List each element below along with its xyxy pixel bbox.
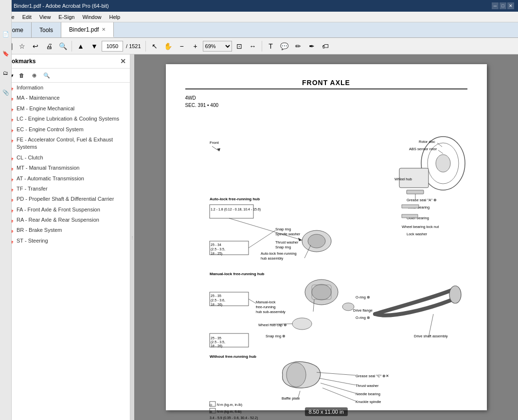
left-icon-attach[interactable]: 📎 <box>1 88 11 97</box>
svg-text:Thrust washer: Thrust washer <box>356 384 379 388</box>
svg-text:⊞: ⊞ <box>210 410 212 413</box>
bookmark-em[interactable]: 🔖 EM - Engine Mechanical <box>0 104 130 114</box>
bookmark-ra[interactable]: 🔖 RA - Rear Axle & Rear Suspension <box>0 215 130 225</box>
bookmark-at[interactable]: 🔖 AT - Automatic Transmission <box>0 174 130 184</box>
svg-text:(2.5 - 3.5,: (2.5 - 3.5, <box>211 340 225 344</box>
svg-text:Grease seal "A" ⊗: Grease seal "A" ⊗ <box>407 198 437 202</box>
prev-page-button[interactable]: ▲ <box>74 40 87 52</box>
bookmark-label-ma: MA - Maintenance <box>17 94 60 102</box>
highlight-button[interactable]: ✏ <box>292 40 304 52</box>
page-size-indicator: 8.50 x 11.00 in <box>304 407 347 416</box>
svg-rect-12 <box>407 190 424 194</box>
bookmark-label-em: EM - Engine Mechanical <box>17 105 74 112</box>
bookmark-cl[interactable]: 🔖 CL - Clutch <box>0 153 130 163</box>
cursor-tool[interactable]: ↖ <box>148 40 161 52</box>
menu-window[interactable]: Window <box>78 12 105 22</box>
sidebar-list[interactable]: 🔖 Information 🔖 MA - Maintenance 🔖 EM - … <box>0 83 130 420</box>
tab-binder[interactable]: Binder1.pdf ✕ <box>61 22 114 37</box>
bookmark-tf[interactable]: 🔖 TF - Transfer <box>0 184 130 194</box>
bookmark-lc[interactable]: 🔖 LC - Engine Lubrication & Cooling Syst… <box>0 114 130 124</box>
svg-text:25 - 35: 25 - 35 <box>211 336 221 340</box>
bookmark-label-st: ST - Steering <box>17 237 48 245</box>
menu-edit[interactable]: Edit <box>18 12 36 22</box>
svg-text:Snap ring: Snap ring <box>275 245 291 249</box>
page-input[interactable] <box>102 41 123 52</box>
left-icon-bookmark[interactable]: 🔖 <box>1 49 11 58</box>
sidebar-splitter[interactable]: ⋮ <box>130 54 134 420</box>
tab-tools[interactable]: Tools <box>32 22 61 37</box>
sidebar-toolbar: ☰ ▾ 🗑 ⊕ 🔍 <box>0 69 130 83</box>
svg-point-60 <box>449 286 461 303</box>
svg-text:3.4 - 5.9 (0.35 - 0.6, 30.4 - : 3.4 - 5.9 (0.35 - 0.6, 30.4 - 52.2) <box>210 416 258 420</box>
pdf-area[interactable]: FRONT AXLE 4WD SEC. 391 • 400 Front Roto… <box>134 54 518 420</box>
svg-text:Auto-lock free-running hub: Auto-lock free-running hub <box>210 197 260 201</box>
draw-button[interactable]: ✒ <box>305 40 318 52</box>
title-bar: Binder1.pdf - Adobe Acrobat Pro (64-bit)… <box>0 0 518 12</box>
maximize-button[interactable]: □ <box>500 2 506 9</box>
minimize-button[interactable]: ─ <box>492 2 499 9</box>
bookmark-label-ra: RA - Rear Axle & Rear Suspension <box>17 216 99 224</box>
bookmark-br[interactable]: 🔖 BR - Brake System <box>0 225 130 235</box>
find-button[interactable]: 🔍 <box>56 40 69 52</box>
bookmark-fe[interactable]: 🔖 FE - Accelerator Control, Fuel & Exhau… <box>0 135 130 153</box>
sidebar-delete-btn[interactable]: 🗑 <box>16 70 27 81</box>
svg-text:hub sub-assembly: hub sub-assembly <box>256 310 286 314</box>
window-title: Binder1.pdf - Adobe Acrobat Pro (64-bit) <box>14 3 109 9</box>
menu-help[interactable]: Help <box>106 12 125 22</box>
print-button[interactable]: 🖨 <box>43 40 55 52</box>
fit-width-button[interactable]: ↔ <box>247 40 259 52</box>
svg-line-66 <box>317 372 356 375</box>
pdf-page: FRONT AXLE 4WD SEC. 391 • 400 Front Roto… <box>166 64 487 410</box>
svg-line-8 <box>438 150 443 154</box>
sidebar-expand-btn[interactable]: ⊕ <box>28 70 40 81</box>
sidebar-search-btn[interactable]: 🔍 <box>41 70 53 81</box>
back-button[interactable]: ↩ <box>29 40 42 52</box>
svg-text:18 - 26): 18 - 26) <box>211 344 222 348</box>
bookmark-pd[interactable]: 🔖 PD - Propeller Shaft & Differential Ca… <box>0 194 130 204</box>
svg-text:hub assembly: hub assembly <box>261 256 284 261</box>
sidebar: Bookmarks ✕ ☰ ▾ 🗑 ⊕ 🔍 🔖 Information 🔖 MA… <box>0 54 130 420</box>
close-button[interactable]: ✕ <box>507 2 514 9</box>
bookmark-label-ec: EC - Engine Control System <box>17 126 84 133</box>
menu-view[interactable]: View <box>36 12 55 22</box>
bookmark-mt[interactable]: 🔖 MT - Manual Transmission <box>0 163 130 173</box>
sidebar-close-icon[interactable]: ✕ <box>120 57 126 65</box>
menu-esign[interactable]: E-Sign <box>54 12 78 22</box>
svg-rect-27 <box>210 205 253 218</box>
svg-text:N·m (kg-m, ft-lb): N·m (kg-m, ft-lb) <box>217 410 242 414</box>
fit-page-button[interactable]: ⊡ <box>233 40 246 52</box>
separator-3 <box>262 41 262 52</box>
stamp-button[interactable]: 🏷 <box>319 40 332 52</box>
svg-text:ABS sensor rotor: ABS sensor rotor <box>409 147 437 151</box>
text-tool[interactable]: T <box>265 40 277 52</box>
annotation-button[interactable]: 💬 <box>278 40 291 52</box>
svg-text:Needle bearing: Needle bearing <box>356 392 380 396</box>
bookmark-button[interactable]: ☆ <box>16 40 28 52</box>
svg-text:Snap ring ⊗: Snap ring ⊗ <box>266 334 286 338</box>
next-page-button[interactable]: ▼ <box>88 40 101 52</box>
left-icon-layers[interactable]: 🗂 <box>1 68 11 78</box>
left-icon-page[interactable]: 📄 <box>1 29 11 39</box>
svg-point-4 <box>436 155 450 172</box>
svg-text:Drive shaft assembly: Drive shaft assembly <box>414 334 448 338</box>
bookmark-fa[interactable]: 🔖 FA - Front Axle & Front Suspension <box>0 205 130 215</box>
bookmark-label: Information <box>17 84 43 91</box>
svg-point-55 <box>342 303 354 311</box>
hand-tool[interactable]: ✋ <box>162 40 175 52</box>
bookmark-ec[interactable]: 🔖 EC - Engine Control System <box>0 124 130 135</box>
svg-point-57 <box>292 318 312 330</box>
svg-text:Thrust washer: Thrust washer <box>275 240 299 245</box>
svg-text:Snap ring: Snap ring <box>275 227 291 231</box>
tab-close-icon[interactable]: ✕ <box>102 27 106 32</box>
bookmark-ma[interactable]: 🔖 MA - Maintenance <box>0 93 130 103</box>
zoom-in-button[interactable]: + <box>189 40 202 52</box>
zoom-out-button[interactable]: − <box>176 40 188 52</box>
zoom-select[interactable]: 69% 50% 75% 100% 125% 150% <box>203 41 232 52</box>
bookmark-information[interactable]: 🔖 Information <box>0 83 130 93</box>
bookmark-label-lc: LC - Engine Lubrication & Cooling System… <box>17 115 119 122</box>
separator-1 <box>71 41 72 52</box>
svg-text:N·m (kg-m, in-lb): N·m (kg-m, in-lb) <box>217 403 242 407</box>
svg-text:Manual-lock free-running hub: Manual-lock free-running hub <box>210 272 265 276</box>
bookmark-st[interactable]: 🔖 ST - Steering <box>0 236 130 246</box>
svg-line-70 <box>321 383 356 393</box>
